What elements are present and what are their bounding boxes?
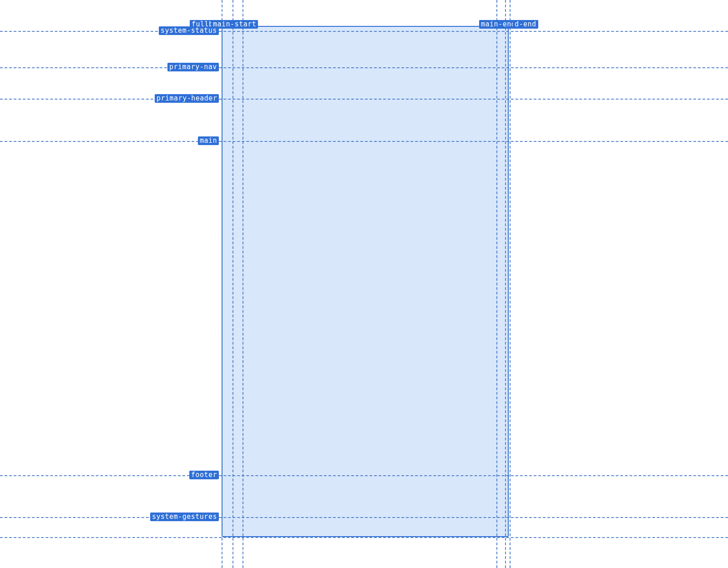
row-line-primary-header <box>0 99 728 100</box>
row-line-primary-nav <box>0 67 728 68</box>
row-line-footer <box>0 475 728 476</box>
row-line-system-status <box>0 31 728 32</box>
layout-grid-diagram: fullbmain-startmain-endd-endsystem-statu… <box>0 0 728 568</box>
column-label-fullbleed-end-inner: d-end <box>513 20 538 29</box>
row-label-primary-header: primary-header <box>155 94 219 103</box>
row-label-main: main <box>198 136 219 145</box>
column-line-main-start <box>243 0 243 568</box>
row-line-system-gestures <box>0 517 728 518</box>
column-line-fullbleed-end <box>510 0 511 568</box>
column-line-fullbleed-start <box>222 0 222 568</box>
column-line-fullbleed-start-inner <box>233 0 233 568</box>
row-label-footer: footer <box>189 471 219 479</box>
column-label-main-end: main-end <box>479 20 517 29</box>
row-line-bottom-edge <box>0 537 728 538</box>
column-line-fullbleed-end-inner <box>505 0 506 568</box>
device-frame <box>222 26 509 537</box>
column-line-main-end <box>496 0 497 568</box>
row-label-system-gestures: system-gestures <box>150 513 219 521</box>
row-label-system-status: system-status <box>159 26 219 35</box>
row-line-main <box>0 141 728 142</box>
row-label-primary-nav: primary-nav <box>167 63 219 71</box>
